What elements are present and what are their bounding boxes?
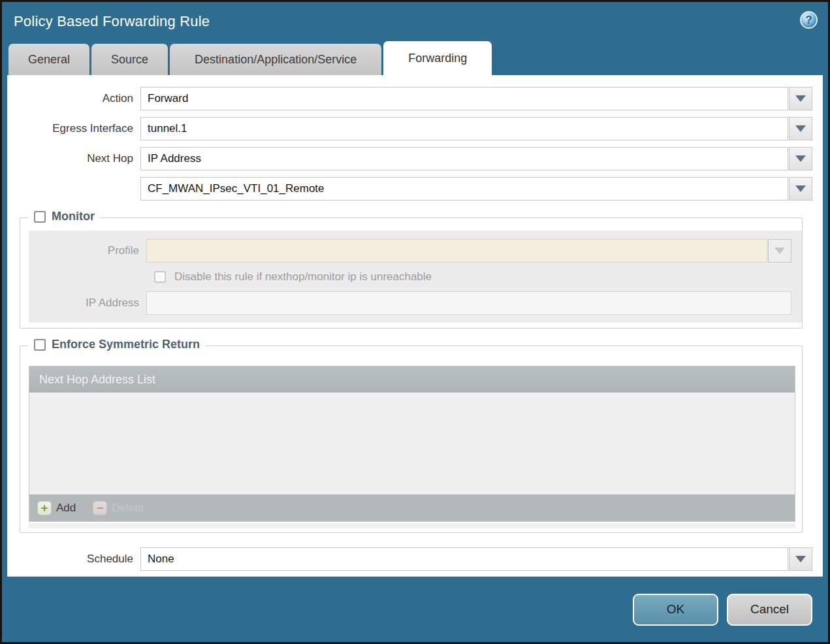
next-hop-label: Next Hop	[7, 152, 140, 165]
next-hop-address-list-header: Next Hop Address List	[29, 366, 795, 393]
action-input[interactable]	[140, 87, 788, 110]
monitor-ip-address-label: IP Address	[29, 297, 146, 310]
chevron-down-icon	[795, 556, 806, 562]
add-icon: +	[37, 501, 52, 515]
forwarding-tab-content: Action Egress Interface Next Hop	[7, 75, 823, 577]
title-bar: Policy Based Forwarding Rule ?	[2, 2, 828, 41]
chevron-down-icon	[795, 185, 806, 192]
egress-interface-row: Egress Interface	[7, 117, 812, 140]
tab-destination-application-service[interactable]: Destination/Application/Service	[170, 44, 381, 75]
next-hop-dropdown-button[interactable]	[789, 147, 812, 170]
chevron-down-icon	[795, 125, 806, 132]
policy-based-forwarding-dialog: Policy Based Forwarding Rule ? General S…	[0, 0, 830, 644]
enforce-legend-label: Enforce Symmetric Return	[52, 338, 200, 351]
disable-rule-checkbox	[154, 271, 166, 283]
disable-rule-label: Disable this rule if nexthop/monitor ip …	[174, 270, 432, 283]
dialog-footer: OK Cancel	[2, 577, 828, 642]
egress-interface-combo	[140, 117, 812, 140]
monitor-ip-address-input	[146, 291, 791, 315]
monitor-fieldset: Monitor Profile Disable this rule if nex…	[20, 217, 803, 329]
profile-input	[146, 239, 767, 263]
add-button-label: Add	[56, 502, 76, 515]
monitor-panel: Profile Disable this rule if nexthop/mon…	[29, 231, 802, 323]
action-row: Action	[7, 87, 812, 110]
monitor-checkbox[interactable]	[34, 211, 46, 223]
egress-interface-label: Egress Interface	[7, 122, 140, 135]
monitor-legend: Monitor	[28, 210, 101, 223]
next-hop-address-dropdown-button[interactable]	[789, 177, 812, 201]
next-hop-address-input[interactable]	[140, 177, 788, 201]
chevron-down-icon	[774, 248, 785, 254]
dialog-title: Policy Based Forwarding Rule	[14, 13, 210, 30]
table-scrollbar-track[interactable]	[29, 523, 795, 528]
schedule-dropdown-button[interactable]	[789, 547, 812, 571]
next-hop-address-list-toolbar: + Add − Delete	[29, 494, 795, 521]
next-hop-address-combo	[140, 177, 812, 201]
tab-forwarding[interactable]: Forwarding	[383, 41, 492, 75]
next-hop-address-list-body[interactable]	[29, 393, 795, 494]
delete-button: − Delete	[93, 501, 144, 515]
profile-combo	[146, 239, 791, 263]
next-hop-address-list-table: Next Hop Address List + Add − Delete	[29, 366, 795, 522]
ok-button[interactable]: OK	[633, 594, 718, 626]
schedule-combo	[140, 547, 812, 571]
delete-icon: −	[93, 501, 107, 515]
disable-rule-row: Disable this rule if nexthop/monitor ip …	[29, 270, 791, 283]
enforce-symmetric-return-checkbox[interactable]	[34, 339, 46, 351]
schedule-row: Schedule	[7, 547, 812, 571]
profile-label: Profile	[29, 244, 146, 257]
action-combo	[140, 87, 812, 110]
monitor-ip-address-combo	[146, 291, 791, 315]
schedule-input[interactable]	[140, 547, 788, 571]
egress-interface-input[interactable]	[140, 117, 788, 140]
egress-interface-dropdown-button[interactable]	[789, 117, 812, 140]
profile-row: Profile	[29, 239, 791, 263]
tab-general[interactable]: General	[8, 44, 89, 75]
chevron-down-icon	[795, 155, 806, 162]
next-hop-combo	[140, 147, 812, 170]
cancel-button[interactable]: Cancel	[727, 594, 812, 626]
add-button[interactable]: + Add	[37, 501, 76, 515]
enforce-legend: Enforce Symmetric Return	[28, 338, 206, 351]
delete-button-label: Delete	[112, 502, 144, 515]
help-icon[interactable]: ?	[800, 11, 818, 29]
next-hop-address-row	[7, 177, 812, 201]
tab-bar: General Source Destination/Application/S…	[2, 41, 828, 75]
enforce-symmetric-return-fieldset: Enforce Symmetric Return Next Hop Addres…	[20, 346, 803, 533]
schedule-label: Schedule	[7, 553, 140, 566]
next-hop-row: Next Hop	[7, 147, 812, 170]
action-dropdown-button[interactable]	[789, 87, 812, 110]
next-hop-type-input[interactable]	[140, 147, 788, 170]
action-label: Action	[7, 92, 140, 105]
tab-source[interactable]: Source	[91, 44, 168, 75]
monitor-legend-label: Monitor	[52, 210, 95, 223]
monitor-ip-address-row: IP Address	[29, 291, 791, 315]
chevron-down-icon	[795, 95, 806, 102]
profile-dropdown-button	[768, 239, 791, 263]
